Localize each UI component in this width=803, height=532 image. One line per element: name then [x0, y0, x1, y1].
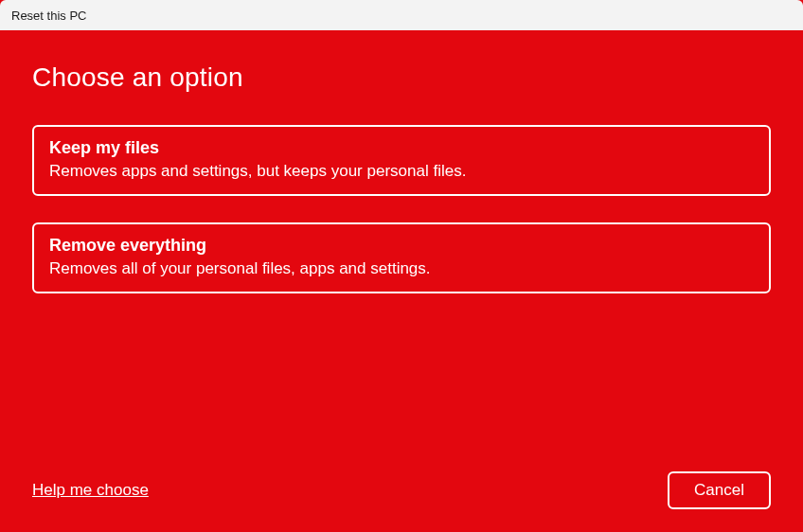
- option-title: Remove everything: [49, 236, 754, 256]
- help-me-choose-link[interactable]: Help me choose: [32, 481, 149, 500]
- option-keep-my-files[interactable]: Keep my files Removes apps and settings,…: [32, 125, 771, 196]
- page-title: Choose an option: [32, 62, 771, 93]
- option-description: Removes apps and settings, but keeps you…: [49, 162, 754, 181]
- window-title: Reset this PC: [11, 9, 86, 23]
- option-description: Removes all of your personal files, apps…: [49, 259, 754, 278]
- option-title: Keep my files: [49, 138, 754, 158]
- cancel-button[interactable]: Cancel: [668, 471, 771, 509]
- option-remove-everything[interactable]: Remove everything Removes all of your pe…: [32, 222, 771, 293]
- content-area: Choose an option Keep my files Removes a…: [0, 30, 803, 532]
- footer: Help me choose Cancel: [32, 471, 771, 509]
- titlebar: Reset this PC: [0, 0, 803, 30]
